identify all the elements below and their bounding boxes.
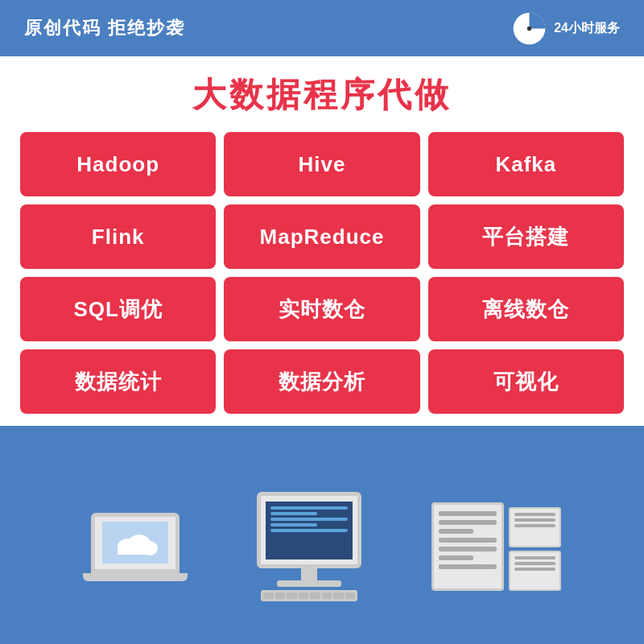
doc-small-stack	[509, 507, 561, 591]
doc-small-line-1	[514, 513, 555, 516]
grid-item-mapreduce[interactable]: MapReduce	[224, 204, 419, 269]
svg-point-1	[527, 26, 531, 30]
laptop-base	[83, 573, 188, 581]
grid-item-hive[interactable]: Hive	[224, 132, 419, 196]
doc-small-line-3	[514, 524, 555, 527]
grid-item-sql[interactable]: SQL调优	[20, 277, 216, 341]
key-7	[333, 592, 344, 599]
grid-item-offline[interactable]: 离线数仓	[428, 277, 624, 341]
key-3	[287, 592, 297, 599]
key-4	[299, 592, 309, 599]
grid-item-realtime[interactable]: 实时数仓	[224, 277, 419, 341]
grid-item-analysis[interactable]: 数据分析	[224, 349, 419, 414]
monitor-icon	[257, 492, 361, 601]
bottom-section	[0, 426, 644, 644]
monitor-line-1	[270, 506, 348, 510]
monitor-stand-base	[277, 580, 341, 587]
svg-rect-5	[118, 547, 154, 555]
clock-icon	[511, 10, 547, 47]
grid-item-visual[interactable]: 可视化	[428, 349, 624, 414]
doc-small-2	[509, 551, 561, 591]
monitor-line-2	[270, 512, 317, 515]
grid-item-kafka[interactable]: Kafka	[428, 132, 624, 196]
monitor-line-3	[270, 518, 348, 521]
doc-line-1	[439, 511, 497, 516]
service-badge: 24小时服务	[511, 10, 620, 47]
documents-icon	[431, 502, 561, 591]
laptop-icon	[83, 513, 188, 581]
cloud-svg	[111, 526, 159, 559]
doc-large	[431, 502, 504, 591]
doc-line-4	[439, 538, 497, 543]
monitor-stand-neck	[301, 568, 317, 580]
grid-item-stats[interactable]: 数据统计	[20, 349, 216, 414]
banner-text: 原创代码 拒绝抄袭	[24, 16, 185, 40]
key-6	[322, 592, 332, 599]
key-5	[310, 592, 320, 599]
service-text: 24小时服务	[554, 20, 620, 37]
grid-container: Hadoop Hive Kafka Flink MapReduce 平台搭建 S…	[16, 132, 628, 414]
doc-line-7	[439, 564, 497, 569]
top-banner: 原创代码 拒绝抄袭 24小时服务	[0, 0, 644, 56]
laptop-screen-inner	[102, 522, 168, 564]
monitor-screen	[266, 502, 353, 559]
doc-small-line-2	[514, 518, 555, 522]
grid-item-platform[interactable]: 平台搭建	[428, 204, 624, 269]
doc-small-line-4	[514, 556, 555, 559]
doc-small-line-5	[514, 562, 555, 565]
monitor-frame	[257, 492, 361, 568]
doc-small-1	[509, 507, 561, 547]
key-1	[263, 592, 274, 599]
grid-item-flink[interactable]: Flink	[20, 204, 216, 269]
monitor-line-5	[270, 529, 348, 532]
doc-line-2	[439, 520, 497, 525]
doc-small-line-6	[514, 568, 555, 571]
page-title: 大数据程序代做	[16, 72, 628, 118]
doc-line-5	[439, 547, 497, 551]
doc-line-3	[439, 529, 473, 534]
grid-item-hadoop[interactable]: Hadoop	[20, 132, 216, 196]
main-area: 大数据程序代做 Hadoop Hive Kafka Flink MapReduc…	[0, 56, 644, 426]
doc-line-6	[439, 555, 473, 560]
key-8	[345, 592, 356, 599]
monitor-keyboard	[261, 590, 357, 601]
laptop-screen	[91, 513, 180, 573]
key-2	[275, 592, 286, 599]
monitor-line-4	[270, 523, 317, 526]
